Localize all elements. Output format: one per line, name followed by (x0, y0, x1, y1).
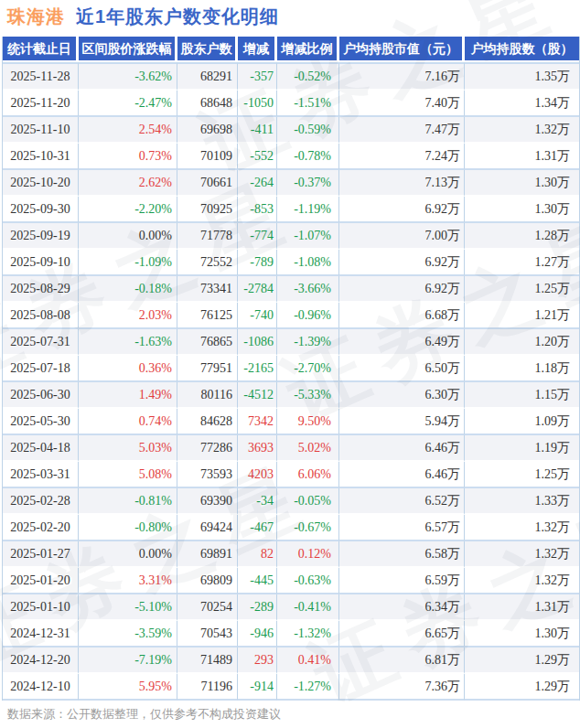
cell-avg-shares: 1.09万 (465, 409, 579, 435)
cell-holders: 68291 (177, 62, 238, 91)
cell-avg-shares: 1.18万 (465, 356, 579, 382)
cell-date: 2025-03-31 (3, 462, 79, 488)
cell-price-change: 1.49% (79, 382, 177, 409)
cell-price-change: -3.62% (79, 62, 177, 91)
cell-avg-shares: 1.32万 (465, 541, 579, 568)
cell-avg-market-value: 7.00万 (339, 223, 465, 250)
cell-holders: 72552 (177, 250, 238, 276)
header-avg-shares: 户均持股数（股） (465, 37, 579, 62)
cell-date: 2024-12-31 (3, 621, 79, 648)
header-delta: 增减 (238, 37, 277, 62)
cell-price-change: 5.08% (79, 462, 177, 488)
cell-delta: -467 (238, 515, 277, 541)
cell-avg-market-value: 6.68万 (339, 303, 465, 329)
cell-avg-shares: 1.29万 (465, 674, 579, 701)
cell-avg-market-value: 7.36万 (339, 674, 465, 701)
cell-delta: -2165 (238, 356, 277, 382)
cell-price-change: 2.03% (79, 303, 177, 329)
cell-delta-ratio: -0.67% (277, 515, 339, 541)
cell-avg-shares: 1.32万 (465, 117, 579, 144)
cell-price-change: -7.19% (79, 648, 177, 674)
cell-holders: 70543 (177, 621, 238, 648)
cell-avg-shares: 1.30万 (465, 621, 579, 648)
cell-delta: -946 (238, 621, 277, 648)
cell-delta-ratio: -0.78% (277, 144, 339, 170)
table-row: 2025-10-202.62%70661-264-0.37%7.13万1.30万 (3, 170, 579, 197)
cell-avg-market-value: 6.50万 (339, 356, 465, 382)
cell-date: 2025-11-20 (3, 91, 79, 117)
table-row: 2025-09-190.00%71778-774-1.07%7.00万1.28万 (3, 223, 579, 250)
cell-avg-market-value: 6.59万 (339, 568, 465, 594)
data-source-note: 数据来源：公开数据整理，仅供参考不构成投资建议 (7, 706, 281, 723)
table-body: 2025-11-28-3.62%68291-357-0.52%7.16万1.35… (3, 62, 579, 701)
cell-delta: -4512 (238, 382, 277, 409)
cell-delta-ratio: 9.50% (277, 409, 339, 435)
cell-avg-market-value: 7.24万 (339, 144, 465, 170)
cell-delta: 7342 (238, 409, 277, 435)
cell-price-change: 5.95% (79, 674, 177, 701)
cell-avg-shares: 1.21万 (465, 303, 579, 329)
cell-delta-ratio: -0.37% (277, 170, 339, 197)
cell-avg-market-value: 6.49万 (339, 329, 465, 356)
cell-price-change: -0.18% (79, 276, 177, 303)
cell-avg-shares: 1.31万 (465, 144, 579, 170)
cell-avg-shares: 1.25万 (465, 276, 579, 303)
table-header: 统计截止日 区间股价涨跌幅 股东户数 增减 增减比例 户均持股市值（元） 户均持… (3, 37, 579, 62)
cell-delta-ratio: -0.63% (277, 568, 339, 594)
cell-avg-market-value: 7.13万 (339, 170, 465, 197)
cell-delta: -1086 (238, 329, 277, 356)
cell-delta: 82 (238, 541, 277, 568)
cell-date: 2024-12-20 (3, 648, 79, 674)
cell-delta: -2784 (238, 276, 277, 303)
cell-avg-market-value: 6.58万 (339, 541, 465, 568)
cell-holders: 70109 (177, 144, 238, 170)
cell-avg-shares: 1.27万 (465, 250, 579, 276)
cell-price-change: -2.47% (79, 91, 177, 117)
cell-delta: -552 (238, 144, 277, 170)
cell-avg-shares: 1.34万 (465, 91, 579, 117)
cell-price-change: 0.00% (79, 223, 177, 250)
header-delta-ratio: 增减比例 (277, 37, 339, 62)
cell-price-change: -5.10% (79, 594, 177, 621)
cell-date: 2025-07-18 (3, 356, 79, 382)
cell-delta-ratio: 0.12% (277, 541, 339, 568)
cell-delta-ratio: -1.27% (277, 674, 339, 701)
table-row: 2025-07-31-1.63%76865-1086-1.39%6.49万1.2… (3, 329, 579, 356)
cell-delta: -445 (238, 568, 277, 594)
cell-avg-market-value: 6.92万 (339, 276, 465, 303)
cell-avg-shares: 1.30万 (465, 197, 579, 223)
cell-price-change: -1.09% (79, 250, 177, 276)
cell-price-change: 0.74% (79, 409, 177, 435)
cell-delta: -774 (238, 223, 277, 250)
table-row: 2025-04-185.03%7728636935.02%6.46万1.19万 (3, 435, 579, 462)
table-row: 2025-03-315.08%7359342036.06%6.46万1.25万 (3, 462, 579, 488)
cell-delta: 3693 (238, 435, 277, 462)
cell-holders: 80116 (177, 382, 238, 409)
cell-price-change: -0.81% (79, 488, 177, 515)
cell-holders: 73341 (177, 276, 238, 303)
header-avg-market-value: 户均持股市值（元） (339, 37, 465, 62)
cell-avg-market-value: 5.94万 (339, 409, 465, 435)
cell-date: 2025-09-19 (3, 223, 79, 250)
cell-avg-shares: 1.25万 (465, 462, 579, 488)
cell-date: 2025-08-29 (3, 276, 79, 303)
cell-avg-market-value: 6.92万 (339, 197, 465, 223)
table-row: 2025-01-203.31%69809-445-0.63%6.59万1.32万 (3, 568, 579, 594)
table-row: 2025-05-300.74%8462873429.50%5.94万1.09万 (3, 409, 579, 435)
cell-delta-ratio: -3.66% (277, 276, 339, 303)
cell-avg-shares: 1.20万 (465, 329, 579, 356)
cell-delta: -289 (238, 594, 277, 621)
cell-date: 2025-02-20 (3, 515, 79, 541)
cell-holders: 70925 (177, 197, 238, 223)
header-price-change: 区间股价涨跌幅 (79, 37, 177, 62)
cell-avg-market-value: 7.40万 (339, 91, 465, 117)
cell-holders: 77951 (177, 356, 238, 382)
cell-avg-shares: 1.30万 (465, 170, 579, 197)
cell-price-change: 2.62% (79, 170, 177, 197)
cell-delta-ratio: -0.52% (277, 62, 339, 91)
cell-date: 2025-04-18 (3, 435, 79, 462)
cell-delta: -853 (238, 197, 277, 223)
cell-date: 2025-06-30 (3, 382, 79, 409)
cell-date: 2025-08-08 (3, 303, 79, 329)
table-row: 2025-02-20-0.80%69424-467-0.67%6.57万1.32… (3, 515, 579, 541)
